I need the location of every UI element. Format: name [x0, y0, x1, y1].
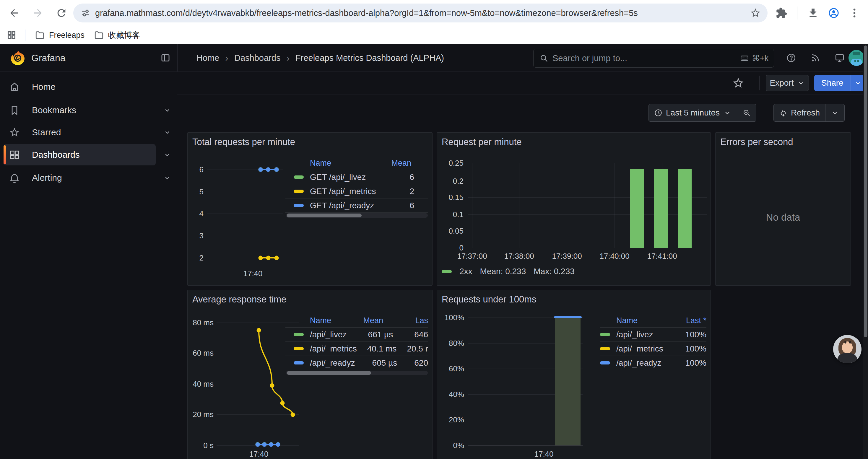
legend-row[interactable]: GET /api/_livez 6	[285, 170, 428, 184]
sidebar-item-dashboards[interactable]: Dashboards	[0, 144, 177, 165]
toolbar-divider	[759, 76, 760, 90]
browser-menu-icon[interactable]	[845, 4, 863, 22]
legend-row[interactable]: /api/_metrics 100%	[600, 342, 706, 356]
chevron-down-icon[interactable]	[163, 128, 172, 136]
bell-icon	[9, 172, 20, 184]
monitor-icon[interactable]	[833, 52, 846, 64]
refresh-button[interactable]: Refresh	[774, 104, 825, 121]
legend-row[interactable]: GET /api/_metrics 2	[285, 184, 428, 198]
series-name[interactable]: /api/_livez	[310, 330, 347, 339]
legend-row[interactable]: GET /api/_readyz 6	[285, 198, 428, 213]
clock-icon	[654, 109, 662, 117]
page-scrollbar-thumb[interactable]	[864, 45, 867, 337]
bookmark-star-icon[interactable]	[750, 7, 761, 19]
sidebar-item-bookmarks[interactable]: Bookmarks	[0, 100, 177, 121]
user-avatar[interactable]	[848, 50, 864, 66]
col-name[interactable]: Name	[616, 316, 638, 325]
grafana-logo[interactable]	[9, 49, 27, 67]
zoom-out-button[interactable]	[737, 104, 756, 121]
y-tick: 100%	[437, 313, 464, 322]
series-name[interactable]: /api/_readyz	[616, 358, 661, 368]
col-last[interactable]: Last *	[686, 316, 706, 325]
series-name[interactable]: GET /api/_readyz	[310, 201, 374, 210]
help-icon[interactable]	[785, 52, 798, 64]
chevron-down-icon[interactable]	[163, 106, 172, 114]
series-last: 100%	[685, 358, 706, 368]
dashboard-toolbar: Export Share	[177, 71, 868, 95]
series-name[interactable]: 2xx	[459, 267, 472, 276]
legend-scrollbar[interactable]	[286, 371, 428, 375]
bookmark-folder-blogs[interactable]: 收藏博客	[94, 26, 140, 44]
refresh-interval-button[interactable]	[826, 104, 844, 121]
requests-under-100ms-chart[interactable]	[466, 315, 585, 447]
y-tick: 40 ms	[188, 380, 214, 389]
legend-row[interactable]: /api/_metrics 40.1 ms 20.5 r	[285, 342, 428, 356]
series-mean: 661 µs	[368, 330, 393, 339]
extensions-icon[interactable]	[773, 4, 790, 22]
legend-row[interactable]: /api/_readyz 605 µs 620	[285, 356, 428, 370]
panel-title[interactable]: Average response time	[192, 294, 286, 305]
y-tick: 20%	[437, 415, 464, 424]
panel-title[interactable]: Errors per second	[720, 137, 793, 147]
url-bar[interactable]: grafana.mathmast.com/d/deytv4rwavabkb/fr…	[73, 4, 768, 23]
profile-icon[interactable]	[825, 4, 843, 22]
back-icon[interactable]	[5, 4, 23, 22]
col-mean[interactable]: Mean	[391, 159, 411, 168]
chevron-down-icon[interactable]	[163, 151, 172, 159]
y-tick: 6	[188, 165, 204, 174]
search-input[interactable]: Search or jump to... ⌘+k	[533, 49, 774, 68]
time-range-picker[interactable]: Last 5 minutes	[649, 104, 737, 121]
legend-row[interactable]: /api/_readyz 100%	[600, 356, 706, 370]
sidebar-item-home[interactable]: Home	[0, 76, 177, 97]
panel-title[interactable]: Request per minute	[442, 137, 522, 147]
sidebar-item-alerting[interactable]: Alerting	[0, 167, 177, 189]
assistant-avatar-widget[interactable]	[833, 335, 862, 363]
col-name[interactable]: Name	[310, 159, 331, 168]
news-icon[interactable]	[809, 52, 822, 64]
chevron-down-icon[interactable]	[163, 174, 172, 182]
mega-menu-toggle-icon[interactable]	[159, 52, 172, 64]
refresh-controls: Refresh	[773, 104, 845, 122]
avatar-face	[842, 341, 852, 353]
total-requests-chart[interactable]	[204, 162, 290, 266]
legend-scrollbar[interactable]	[286, 213, 428, 218]
bookmarks-bar: Freeleaps 收藏博客	[0, 26, 868, 44]
sidebar-item-starred[interactable]: Starred	[0, 122, 177, 143]
series-name[interactable]: /api/_metrics	[310, 344, 357, 354]
series-name[interactable]: /api/_metrics	[616, 344, 663, 354]
series-name[interactable]: GET /api/_livez	[310, 172, 366, 182]
bookmark-folder-freeleaps[interactable]: Freeleaps	[35, 26, 85, 44]
chevron-down-icon	[797, 79, 805, 87]
breadcrumb-home[interactable]: Home	[196, 53, 219, 63]
site-settings-icon[interactable]	[80, 8, 91, 18]
col-last[interactable]: Las	[415, 316, 428, 325]
y-tick: 60 ms	[188, 349, 214, 358]
forward-icon[interactable]	[29, 4, 47, 22]
request-per-minute-chart[interactable]	[466, 161, 709, 249]
share-menu-button[interactable]	[850, 75, 865, 91]
apps-grid-icon[interactable]	[6, 26, 17, 44]
col-mean[interactable]: Mean	[363, 316, 383, 325]
breadcrumb-dashboards[interactable]: Dashboards	[234, 53, 280, 63]
legend-row[interactable]: /api/_livez 661 µs 646	[285, 328, 428, 342]
y-tick: 0.1	[437, 210, 464, 219]
export-button[interactable]: Export	[766, 75, 809, 91]
series-name[interactable]: /api/_livez	[616, 330, 653, 339]
screen: grafana.mathmast.com/d/deytv4rwavabkb/fr…	[0, 0, 868, 459]
legend-row[interactable]: /api/_livez 100%	[600, 328, 706, 342]
series-name[interactable]: /api/_readyz	[310, 358, 355, 368]
keyboard-icon	[740, 54, 749, 63]
series-mean: 40.1 ms	[367, 344, 397, 354]
share-button[interactable]: Share	[814, 75, 850, 91]
series-last: 100%	[685, 330, 706, 339]
series-name[interactable]: GET /api/_metrics	[310, 187, 376, 196]
downloads-icon[interactable]	[804, 4, 822, 22]
col-name[interactable]: Name	[310, 316, 331, 325]
url-text[interactable]: grafana.mathmast.com/d/deytv4rwavabkb/fr…	[95, 8, 750, 18]
brand-name[interactable]: Grafana	[31, 44, 66, 71]
favorite-star-icon[interactable]	[732, 77, 745, 89]
reload-icon[interactable]	[53, 4, 70, 22]
panel-title[interactable]: Total requests per minute	[192, 137, 295, 147]
panel-title[interactable]: Requests under 100ms	[442, 294, 536, 305]
x-tick: 17:40:00	[599, 252, 629, 261]
